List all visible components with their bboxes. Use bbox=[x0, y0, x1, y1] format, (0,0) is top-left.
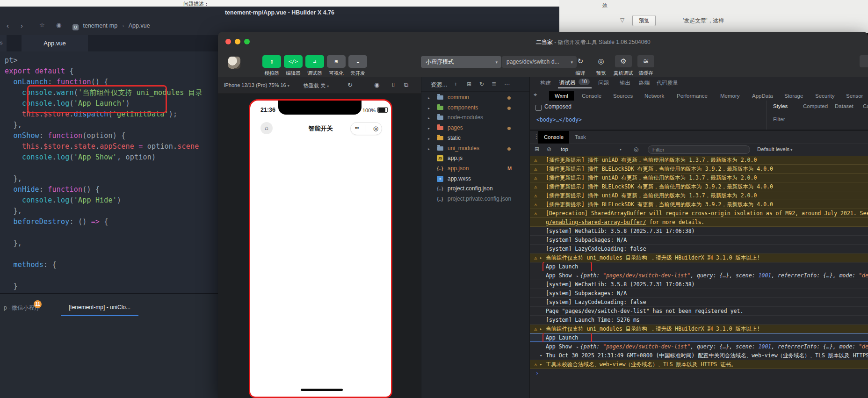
top-tab-终端[interactable]: 终端 bbox=[639, 80, 650, 87]
console-log-row[interactable]: App Show ▸{path: "pages/dev/switch-dev-l… bbox=[530, 342, 868, 351]
preview-button[interactable]: ◎ bbox=[593, 55, 609, 67]
back-icon[interactable]: ‹ bbox=[7, 22, 9, 29]
tree-item-components[interactable]: ▸components bbox=[421, 103, 529, 113]
record-icon[interactable]: ◉ bbox=[374, 81, 379, 88]
phone-simulator[interactable]: 21:36 100% ⌂ 智能开关 ••• ◎ bbox=[249, 99, 392, 398]
tool-tab-sensor[interactable]: Sensor bbox=[846, 91, 863, 101]
console-log-row[interactable]: App Launch bbox=[530, 333, 868, 342]
top-tab-问题[interactable]: 问题 bbox=[598, 80, 609, 87]
tree-item-app.wxss[interactable]: ≡app.wxss bbox=[421, 174, 529, 184]
console-warning-row[interactable]: ⚠[插件更新提示] 插件 BLELockSDK 有更新，当前使用的版本为 3.9… bbox=[530, 200, 868, 209]
multi-window-icon[interactable]: ⧉ bbox=[404, 81, 408, 89]
console-log-row[interactable]: Page "pages/dev/switch-dev-list" has not… bbox=[530, 307, 868, 316]
hot-reload-dropdown[interactable]: 热重载 关 ▾ bbox=[304, 82, 329, 89]
console-warning-row[interactable]: ⚠[Deprecation] SharedArrayBuffer will re… bbox=[530, 209, 868, 218]
toolbar-partial-button[interactable] bbox=[860, 55, 868, 67]
device-debug-button[interactable]: ⚙ bbox=[615, 55, 632, 67]
refresh-tree-icon[interactable]: ↻ bbox=[479, 81, 484, 87]
clear-console-icon[interactable]: ⊘ bbox=[547, 146, 551, 152]
tree-item-static[interactable]: ▸static bbox=[421, 133, 529, 143]
console-tab-unicloud[interactable]: [tenement-mp] - uniClo... bbox=[61, 304, 138, 311]
capsule-close-icon[interactable]: ◎ bbox=[373, 123, 378, 134]
phone-frame-icon[interactable]: ▯ bbox=[392, 81, 395, 87]
dom-breadcrumb[interactable]: <body>…</body> bbox=[536, 116, 582, 123]
inspect-element-icon[interactable]: ⌖ bbox=[534, 91, 537, 99]
more-icon[interactable]: ••• bbox=[355, 123, 359, 134]
console-sidebar-icon[interactable]: ⊞ bbox=[535, 146, 539, 152]
style-tab-styles[interactable]: Styles bbox=[773, 103, 788, 109]
console-log-row[interactable]: [system] LazyCodeLoading: false bbox=[530, 245, 868, 253]
tool-tab-performance[interactable]: Performance bbox=[677, 91, 708, 101]
device-dropdown[interactable]: iPhone 12/13 (Pro) 75% 16 ▾ bbox=[224, 82, 289, 88]
console-warning-row[interactable]: ⚠▸当前组件仅支持 uni_modules 目录结构 ，请升级 HBuilder… bbox=[530, 253, 868, 262]
inspector-button[interactable]: ⇄ bbox=[305, 55, 324, 68]
editor-button[interactable]: </> bbox=[284, 55, 303, 68]
console-log-row[interactable]: App Show ▸{path: "pages/dev/switch-dev-l… bbox=[530, 271, 868, 280]
tab-task[interactable]: Task bbox=[569, 131, 592, 144]
console-log-row[interactable]: [system] WeChatLib: 3.5.8 (2025.7.31 17:… bbox=[530, 280, 868, 289]
composed-checkbox[interactable] bbox=[535, 105, 542, 111]
tab-console[interactable]: Console bbox=[538, 131, 569, 144]
mode-dropdown[interactable]: 小程序模式 bbox=[421, 56, 501, 68]
eye-icon[interactable]: ◎ bbox=[634, 146, 638, 152]
tree-item-pages[interactable]: ▸pages bbox=[421, 123, 529, 133]
tool-tab-console[interactable]: Console bbox=[582, 91, 601, 101]
tab-app-vue[interactable]: App.vue bbox=[22, 35, 88, 51]
compile-button[interactable]: ↻ bbox=[572, 55, 589, 67]
console-log-row[interactable]: [system] LazyCodeLoading: false bbox=[530, 298, 868, 307]
style-filter-label[interactable]: Filter bbox=[773, 116, 785, 122]
style-tab-dataset[interactable]: Dataset bbox=[835, 103, 854, 109]
console-warning-row[interactable]: ⚠▸工具未校验合法域名、web-view（业务域名）、TLS 版本以及 HTTP… bbox=[530, 360, 868, 369]
forward-icon[interactable]: › bbox=[21, 22, 23, 29]
console-prompt-row[interactable]: › bbox=[530, 369, 868, 378]
maximize-window-icon[interactable] bbox=[244, 39, 250, 44]
tree-item-project.config.json[interactable]: {..}project.config.json bbox=[421, 184, 529, 194]
tool-tab-network[interactable]: Network bbox=[644, 91, 664, 101]
page-path-dropdown[interactable]: pages/dev/switch-d... bbox=[502, 56, 577, 68]
tool-tab-storage[interactable]: Storage bbox=[784, 91, 803, 101]
console-log-row[interactable]: [system] WeChatLib: 3.5.8 (2025.7.31 17:… bbox=[530, 227, 868, 236]
avatar[interactable] bbox=[228, 57, 240, 69]
close-window-icon[interactable] bbox=[225, 39, 231, 44]
log-levels-dropdown[interactable]: Default levels bbox=[757, 146, 792, 152]
tool-tab-appdata[interactable]: AppData bbox=[752, 91, 773, 101]
console-log-row[interactable]: [system] Launch Time: 5276 ms bbox=[530, 316, 868, 325]
console-warning-row[interactable]: ⚠[插件更新提示] 插件 uniAD 有更新，当前使用的版本为 1.3.7，最新… bbox=[530, 156, 868, 165]
tree-item-node-modules[interactable]: ▸node-modules bbox=[421, 113, 529, 123]
tree-item-app.js[interactable]: JSapp.js bbox=[421, 153, 529, 163]
tool-tab-sources[interactable]: Sources bbox=[613, 91, 633, 101]
console-log-row[interactable]: [system] Subpackages: N/A bbox=[530, 236, 868, 245]
top-tab-构建[interactable]: 构建 bbox=[540, 80, 551, 87]
tree-item-uni_modules[interactable]: ▸uni_modules bbox=[421, 144, 529, 153]
tree-item-project.private.config.json[interactable]: {..}project.private.config.json bbox=[421, 194, 529, 204]
console-warning-row[interactable]: ⚠[插件更新提示] 插件 BLELockSDK 有更新，当前使用的版本为 3.9… bbox=[530, 182, 868, 191]
top-tab-代码质量[interactable]: 代码质量 bbox=[657, 80, 678, 87]
top-tab-调试器[interactable]: 调试器 bbox=[559, 80, 576, 87]
tree-item-common[interactable]: ▸common bbox=[421, 93, 529, 102]
add-file-icon[interactable]: + bbox=[454, 81, 457, 87]
console-warning-row[interactable]: ⚠[插件更新提示] 插件 uniAD 有更新，当前使用的版本为 1.3.7，最新… bbox=[530, 174, 868, 182]
style-tab-computed[interactable]: Computed bbox=[803, 103, 828, 109]
tool-tab-wxml[interactable]: Wxml bbox=[549, 91, 574, 101]
breadcrumb-file[interactable]: App.vue bbox=[129, 22, 150, 29]
visual-button[interactable]: ⊞ bbox=[327, 55, 346, 68]
cloud-button[interactable]: ☁ bbox=[348, 55, 367, 68]
refresh-icon[interactable]: ↻ bbox=[347, 81, 353, 88]
simulator-button[interactable]: ▯ bbox=[262, 55, 281, 68]
console-warning-row[interactable]: ⚠[插件更新提示] 插件 BLELockSDK 有更新，当前使用的版本为 3.9… bbox=[530, 165, 868, 174]
console-log-row[interactable]: [system] Subpackages: N/A bbox=[530, 289, 868, 298]
background-preview-button[interactable]: 预览 bbox=[632, 15, 656, 26]
top-tab-输出[interactable]: 输出 bbox=[620, 80, 630, 87]
breadcrumb[interactable]: U tenement-mp › App.vue bbox=[72, 22, 150, 30]
star-icon[interactable]: ☆ bbox=[39, 22, 45, 29]
console-log-row[interactable]: App Launch bbox=[530, 262, 868, 271]
add-folder-icon[interactable]: ⊞ bbox=[467, 81, 471, 87]
console-warning-row[interactable]: ⚠▸当前组件仅支持 uni_modules 目录结构 ，请升级 HBuilder… bbox=[530, 325, 868, 333]
more-options-icon[interactable]: ⋯ bbox=[504, 81, 510, 87]
tree-item-app.json[interactable]: {..}app.jsonM bbox=[421, 164, 529, 174]
tool-tab-security[interactable]: Security bbox=[815, 91, 835, 101]
console-warning-row[interactable]: g/enabling-shared-array-buffer/ for more… bbox=[530, 218, 868, 227]
minimize-window-icon[interactable] bbox=[235, 39, 240, 44]
run-icon[interactable]: ◉ bbox=[56, 22, 61, 29]
tool-tab-memory[interactable]: Memory bbox=[720, 91, 740, 101]
